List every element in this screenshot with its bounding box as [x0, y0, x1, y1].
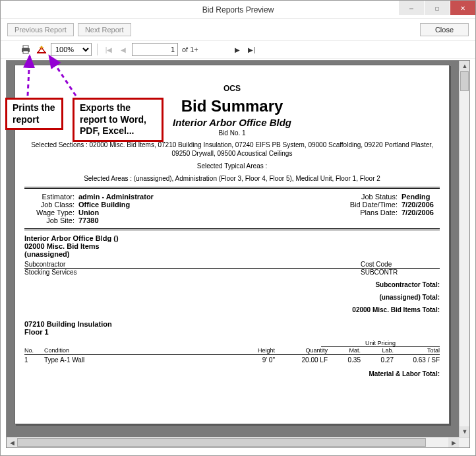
unit-pricing-header: Unit Pricing — [321, 340, 440, 347]
toolbar-separator — [97, 44, 98, 55]
section1-total-label: 02000 Misc. Bid Items Total: — [24, 306, 440, 313]
costcode-header: Cost Code — [361, 261, 440, 268]
cell-quantity: 20.00 LF — [275, 356, 328, 364]
next-page-button[interactable]: ▶ — [231, 44, 243, 55]
plansdate-label: Plans Date: — [360, 209, 402, 216]
jobsite-value: 77380 — [78, 216, 99, 224]
costcode-value: SUBCONTR — [361, 269, 440, 276]
col-condition: Condition — [44, 347, 235, 354]
jobsite-label: Job Site: — [27, 216, 78, 224]
page-of-label: of 1+ — [182, 46, 198, 53]
col-total: Total — [394, 347, 440, 354]
report-org: OCS — [24, 84, 440, 93]
report-meta-block: Estimator:admin - Administrator Job Clas… — [24, 193, 440, 224]
wagetype-label: Wage Type: — [27, 209, 78, 216]
subcontractor-total-label: Subcontractor Total: — [24, 281, 440, 288]
jobclass-value: Office Building — [78, 201, 130, 209]
window-close-button[interactable]: ✕ — [450, 1, 475, 15]
report-selected-areas: Selected Areas : (unassigned), Administr… — [24, 174, 440, 183]
zoom-select[interactable]: 100% — [51, 43, 92, 56]
subcontractor-value: Stocking Services — [24, 269, 361, 276]
biddate-value: 7/20/2006 — [402, 201, 437, 209]
jobstatus-label: Job Status: — [361, 193, 402, 201]
jobclass-label: Job Class: — [27, 201, 78, 209]
previous-report-button[interactable]: Previous Report — [7, 23, 74, 36]
plansdate-value: 7/20/2006 — [402, 209, 437, 216]
export-icon[interactable] — [35, 43, 48, 56]
horizontal-scrollbar[interactable]: ◀ ▶ — [7, 437, 469, 447]
table-row: 1 Type A-1 Wall 9' 0" 20.00 LF 0.35 0.27… — [24, 355, 440, 364]
page-number-input[interactable] — [132, 43, 178, 56]
horizontal-scroll-thumb[interactable] — [17, 438, 426, 447]
subcontractor-header: Subcontractor — [24, 261, 361, 268]
floor-title: Floor 1 — [24, 328, 440, 336]
table-header: No. Condition Height Quantity Mat. Lab. … — [24, 347, 440, 355]
annotation-export: Exports the report to Word, PDF, Excel..… — [73, 98, 164, 142]
close-button[interactable]: Close — [420, 23, 469, 36]
nav-button-row: Previous Report Next Report Close — [1, 19, 475, 40]
col-lab: Lab. — [361, 347, 394, 354]
svg-rect-3 — [37, 52, 46, 53]
window-controls: — ☐ ✕ — [398, 1, 475, 18]
report-toolbar: 100% |◀ ◀ of 1+ ▶ ▶| — [1, 40, 475, 59]
vertical-scrollbar[interactable]: ▲ ▼ — [459, 61, 469, 437]
section-2-title: 07210 Building Insulation — [24, 320, 440, 328]
cell-total: 0.63 / SF — [394, 356, 440, 364]
window-minimize-button[interactable]: — — [399, 1, 424, 15]
col-mat: Mat. — [328, 347, 361, 354]
col-no: No. — [24, 347, 44, 354]
col-quantity: Quantity — [275, 347, 328, 354]
report-divider-meta — [24, 228, 440, 230]
section-1-title: 02000 Misc. Bid Items — [24, 242, 440, 250]
jobstatus-value: Pending — [402, 193, 437, 201]
cell-no: 1 — [24, 356, 44, 364]
biddate-label: Bid Date/Time: — [350, 201, 402, 209]
last-page-button[interactable]: ▶| — [246, 44, 258, 55]
print-icon[interactable] — [19, 43, 32, 56]
wagetype-value: Union — [78, 209, 99, 216]
col-height: Height — [235, 347, 275, 354]
estimator-label: Estimator: — [27, 193, 78, 201]
svg-rect-2 — [23, 51, 28, 53]
estimator-value: admin - Administrator — [78, 193, 154, 201]
cell-lab: 0.27 — [361, 356, 394, 364]
next-report-button[interactable]: Next Report — [78, 23, 131, 36]
vertical-scroll-thumb[interactable] — [460, 71, 469, 91]
report-selected-typical: Selected Typical Areas : — [24, 162, 440, 170]
prev-page-button[interactable]: ◀ — [117, 44, 129, 55]
window-maximize-button[interactable]: ☐ — [425, 1, 450, 15]
report-divider-top — [24, 187, 440, 189]
area-1-title: (unassigned) — [24, 250, 440, 258]
scroll-up-button[interactable]: ▲ — [460, 61, 470, 71]
cell-condition: Type A-1 Wall — [44, 356, 235, 364]
scroll-down-button[interactable]: ▼ — [460, 426, 470, 437]
annotation-print: Prints the report — [5, 98, 63, 130]
report-selected-sections: Selected Sections : 02000 Misc. Bid Item… — [24, 141, 440, 158]
first-page-button[interactable]: |◀ — [103, 44, 115, 55]
scroll-right-button[interactable]: ▶ — [448, 438, 459, 448]
window-titlebar: Bid Reports Preview — ☐ ✕ — [1, 1, 475, 19]
project-line: Interior Arbor Office Bldg () — [24, 234, 440, 242]
cell-height: 9' 0" — [235, 356, 275, 364]
scroll-left-button[interactable]: ◀ — [7, 438, 17, 448]
cell-mat: 0.35 — [328, 356, 361, 364]
material-labor-total-label: Material & Labor Total: — [24, 370, 440, 377]
svg-rect-1 — [23, 46, 28, 48]
unassigned-total-label: (unassigned) Total: — [24, 294, 440, 301]
window-title: Bid Reports Preview — [202, 5, 274, 15]
